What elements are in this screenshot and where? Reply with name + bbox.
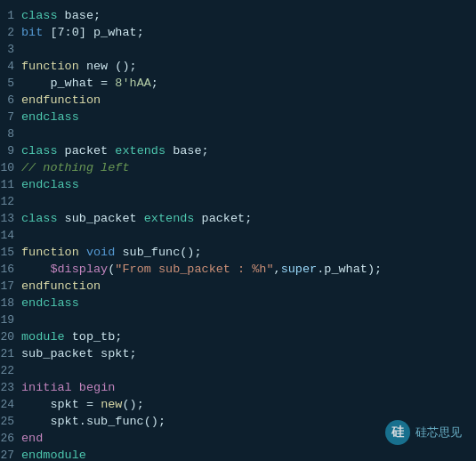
token-plain: packet (58, 144, 116, 158)
code-line: 6endfunction (0, 92, 476, 109)
line-content: endfunction (21, 278, 101, 295)
code-line: 22 (0, 362, 476, 379)
line-number: 12 (0, 193, 21, 210)
code-line: 12 (0, 193, 476, 210)
line-number: 3 (0, 41, 21, 58)
token-kw-class: class (21, 9, 58, 22)
line-number: 27 (0, 447, 21, 461)
line-content: endmodule (21, 447, 86, 461)
line-number: 24 (0, 396, 21, 413)
line-number: 11 (0, 176, 21, 193)
token-kw-function: function (21, 60, 79, 73)
token-plain (21, 263, 50, 276)
line-content: initial begin (21, 379, 115, 396)
code-line: 14 (0, 227, 476, 244)
code-line: 13class sub_packet extends packet; (0, 210, 476, 227)
line-content: module top_tb; (21, 328, 122, 345)
code-line: 8 (0, 125, 476, 142)
token-plain: [7:0] p_what; (43, 26, 143, 39)
line-content: endclass (21, 295, 79, 311)
code-line: 27endmodule (0, 447, 476, 461)
code-line: 4function new (); (0, 58, 476, 75)
token-plain: base; (58, 9, 101, 22)
token-plain: spkt.sub_func(); (21, 415, 165, 428)
line-number: 6 (0, 92, 21, 109)
code-line: 15function void sub_func(); (0, 244, 476, 261)
code-line: 24 spkt = new(); (0, 396, 476, 413)
token-plain: sub_func(); (115, 246, 201, 259)
code-line: 3 (0, 41, 476, 58)
token-kw-initial: initial (21, 381, 72, 394)
token-plain: , (274, 263, 281, 276)
token-kw-class: endmodule (21, 449, 86, 461)
token-kw-class: extends (115, 144, 165, 158)
line-content: end (21, 430, 43, 447)
code-line: 23initial begin (0, 379, 476, 396)
line-content (21, 227, 28, 244)
line-content: endclass (21, 176, 79, 193)
token-plain: p_what = (21, 77, 115, 90)
token-kw-function: function (21, 246, 79, 259)
line-number: 20 (0, 328, 21, 345)
token-kw-super: super (281, 263, 318, 276)
token-plain: sub_packet spkt; (21, 347, 137, 360)
line-content (21, 362, 28, 379)
line-number: 7 (0, 109, 21, 125)
code-line: 17endfunction (0, 278, 476, 295)
code-line: 1class base; (0, 7, 476, 24)
token-comment: // nothing left (21, 161, 130, 174)
line-content: endclass (21, 109, 79, 125)
token-kw-class: class (21, 212, 58, 225)
line-content: class base; (21, 7, 101, 24)
token-system-task: $display (50, 263, 108, 276)
token-plain: base; (165, 144, 209, 158)
line-content: p_what = 8'hAA; (21, 75, 158, 92)
line-content: spkt = new(); (21, 396, 144, 413)
token-plain: .p_what); (317, 263, 382, 276)
token-kw-class: endclass (21, 178, 79, 191)
token-kw-class: module (21, 330, 65, 344)
line-content (21, 311, 28, 328)
token-kw-class: endclass (21, 296, 79, 310)
token-kw-function: new (101, 398, 122, 411)
line-number: 23 (0, 379, 21, 396)
line-number: 8 (0, 125, 21, 142)
line-number: 25 (0, 413, 21, 430)
line-content: bit [7:0] p_what; (21, 24, 144, 41)
line-number: 15 (0, 244, 21, 261)
line-number: 22 (0, 362, 21, 379)
line-number: 26 (0, 430, 21, 447)
line-number: 4 (0, 58, 21, 75)
code-line: 11endclass (0, 176, 476, 193)
token-plain: packet; (194, 212, 252, 225)
line-number: 17 (0, 278, 21, 295)
code-line: 9class packet extends base; (0, 142, 476, 159)
token-number: 8'hAA (115, 77, 151, 90)
token-kw-type: bit (21, 26, 43, 39)
line-number: 16 (0, 261, 21, 278)
watermark-icon: 硅 (385, 420, 410, 445)
token-plain: spkt = (21, 398, 101, 411)
line-number: 2 (0, 24, 21, 41)
token-plain (79, 246, 86, 259)
line-content (21, 125, 28, 142)
code-line: 7endclass (0, 109, 476, 125)
line-content: function void sub_func(); (21, 244, 202, 261)
code-line: 2bit [7:0] p_what; (0, 24, 476, 41)
token-string: "From sub_packet : %h" (115, 263, 273, 276)
line-number: 19 (0, 311, 21, 328)
code-line: 19 (0, 311, 476, 328)
token-kw-initial: begin (79, 381, 116, 394)
line-content: sub_packet spkt; (21, 345, 137, 362)
line-content (21, 41, 28, 58)
line-content: function new (); (21, 58, 137, 75)
code-line: 18endclass (0, 295, 476, 311)
line-number: 5 (0, 75, 21, 92)
code-line: 21sub_packet spkt; (0, 345, 476, 362)
line-number: 18 (0, 295, 21, 311)
token-plain (72, 381, 79, 394)
code-line: 20module top_tb; (0, 328, 476, 345)
token-kw-class: class (21, 144, 58, 158)
watermark-label: 硅芯思见 (415, 425, 462, 441)
line-number: 21 (0, 345, 21, 362)
